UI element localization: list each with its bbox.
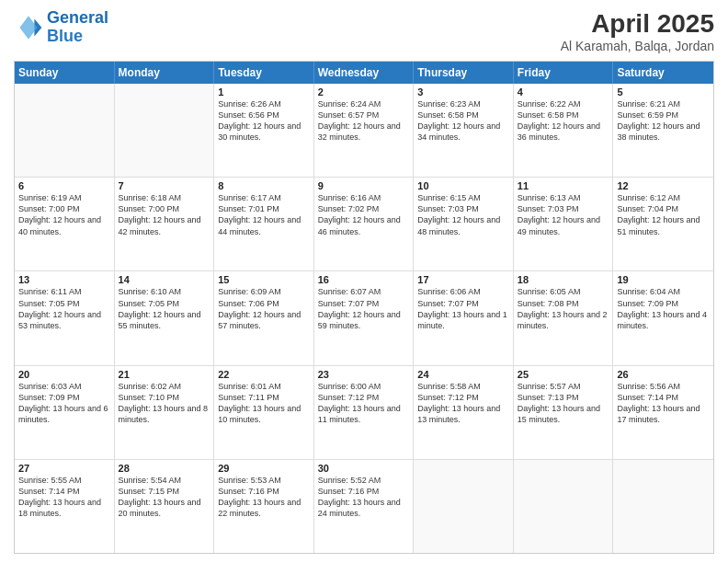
day-number: 29 — [218, 463, 310, 474]
logo: General Blue — [14, 9, 108, 46]
day-info: Sunrise: 6:13 AMSunset: 7:03 PMDaylight:… — [518, 192, 609, 237]
day-info: Sunrise: 6:23 AMSunset: 6:58 PMDaylight:… — [417, 98, 509, 144]
day-number: 24 — [417, 369, 509, 380]
day-info: Sunrise: 6:10 AMSunset: 7:05 PMDaylight:… — [119, 286, 210, 331]
day-info: Sunrise: 6:02 AMSunset: 7:10 PMDaylight:… — [119, 381, 210, 426]
day-info: Sunrise: 5:56 AMSunset: 7:14 PMDaylight:… — [617, 381, 710, 426]
day-info: Sunrise: 6:16 AMSunset: 7:02 PMDaylight:… — [318, 192, 410, 237]
calendar-row-3: 20Sunrise: 6:03 AMSunset: 7:09 PMDayligh… — [15, 365, 713, 459]
day-cell-6: 6Sunrise: 6:19 AMSunset: 7:00 PMDaylight… — [15, 178, 115, 270]
day-number: 18 — [518, 274, 609, 285]
day-number: 6 — [18, 180, 110, 191]
day-info: Sunrise: 5:55 AMSunset: 7:14 PMDaylight:… — [18, 475, 110, 520]
day-info: Sunrise: 5:52 AMSunset: 7:16 PMDaylight:… — [318, 475, 410, 520]
day-cell-3: 3Sunrise: 6:23 AMSunset: 6:58 PMDaylight… — [414, 84, 514, 177]
empty-cell — [414, 460, 514, 553]
day-cell-19: 19Sunrise: 6:04 AMSunset: 7:09 PMDayligh… — [613, 271, 713, 364]
day-cell-20: 20Sunrise: 6:03 AMSunset: 7:09 PMDayligh… — [15, 366, 115, 459]
day-cell-25: 25Sunrise: 5:57 AMSunset: 7:13 PMDayligh… — [514, 366, 614, 459]
day-info: Sunrise: 6:12 AMSunset: 7:04 PMDaylight:… — [617, 192, 710, 237]
month-title: April 2025 — [561, 9, 714, 39]
day-info: Sunrise: 6:22 AMSunset: 6:58 PMDaylight:… — [518, 98, 609, 144]
day-number: 25 — [518, 369, 609, 380]
weekday-header-tuesday: Tuesday — [214, 62, 314, 84]
day-info: Sunrise: 5:57 AMSunset: 7:13 PMDaylight:… — [518, 381, 609, 426]
day-cell-13: 13Sunrise: 6:11 AMSunset: 7:05 PMDayligh… — [15, 271, 115, 364]
day-cell-23: 23Sunrise: 6:00 AMSunset: 7:12 PMDayligh… — [314, 366, 415, 459]
day-info: Sunrise: 5:53 AMSunset: 7:16 PMDaylight:… — [218, 475, 310, 520]
page-container: General Blue April 2025 Al Karamah, Balq… — [0, 0, 728, 563]
day-cell-22: 22Sunrise: 6:01 AMSunset: 7:11 PMDayligh… — [214, 366, 314, 459]
day-number: 16 — [318, 274, 410, 285]
day-cell-18: 18Sunrise: 6:05 AMSunset: 7:08 PMDayligh… — [514, 271, 614, 364]
day-number: 23 — [318, 369, 410, 380]
day-cell-2: 2Sunrise: 6:24 AMSunset: 6:57 PMDaylight… — [314, 84, 415, 177]
day-number: 5 — [617, 86, 710, 98]
day-info: Sunrise: 6:11 AMSunset: 7:05 PMDaylight:… — [18, 286, 110, 331]
day-info: Sunrise: 6:04 AMSunset: 7:09 PMDaylight:… — [617, 286, 710, 331]
day-cell-4: 4Sunrise: 6:22 AMSunset: 6:58 PMDaylight… — [514, 84, 614, 177]
empty-cell — [15, 84, 115, 177]
empty-cell — [613, 460, 713, 553]
day-number: 9 — [318, 180, 410, 191]
logo-icon — [14, 13, 43, 42]
day-cell-1: 1Sunrise: 6:26 AMSunset: 6:56 PMDaylight… — [214, 84, 314, 177]
day-number: 10 — [417, 180, 509, 191]
day-number: 22 — [218, 369, 310, 380]
calendar-row-2: 13Sunrise: 6:11 AMSunset: 7:05 PMDayligh… — [15, 270, 713, 364]
calendar-header: SundayMondayTuesdayWednesdayThursdayFrid… — [15, 62, 713, 84]
calendar-row-1: 6Sunrise: 6:19 AMSunset: 7:00 PMDaylight… — [15, 177, 713, 270]
day-number: 14 — [119, 274, 210, 285]
day-number: 4 — [518, 86, 609, 98]
day-cell-5: 5Sunrise: 6:21 AMSunset: 6:59 PMDaylight… — [613, 84, 713, 177]
weekday-header-saturday: Saturday — [613, 62, 713, 84]
logo-general: General — [47, 8, 108, 27]
day-cell-28: 28Sunrise: 5:54 AMSunset: 7:15 PMDayligh… — [115, 460, 215, 553]
day-number: 30 — [318, 463, 410, 474]
day-number: 27 — [18, 463, 110, 474]
logo-text: General Blue — [47, 9, 108, 46]
day-info: Sunrise: 6:00 AMSunset: 7:12 PMDaylight:… — [318, 381, 410, 426]
weekday-header-thursday: Thursday — [414, 62, 514, 84]
day-cell-11: 11Sunrise: 6:13 AMSunset: 7:03 PMDayligh… — [514, 178, 614, 270]
calendar-body: 1Sunrise: 6:26 AMSunset: 6:56 PMDaylight… — [15, 84, 713, 553]
calendar-row-0: 1Sunrise: 6:26 AMSunset: 6:56 PMDaylight… — [15, 84, 713, 177]
day-info: Sunrise: 6:26 AMSunset: 6:56 PMDaylight:… — [218, 98, 310, 144]
weekday-header-sunday: Sunday — [15, 62, 115, 84]
day-info: Sunrise: 6:06 AMSunset: 7:07 PMDaylight:… — [417, 286, 509, 331]
day-cell-27: 27Sunrise: 5:55 AMSunset: 7:14 PMDayligh… — [15, 460, 115, 553]
day-number: 2 — [318, 86, 410, 98]
day-cell-12: 12Sunrise: 6:12 AMSunset: 7:04 PMDayligh… — [613, 178, 713, 270]
day-number: 28 — [119, 463, 210, 474]
day-cell-10: 10Sunrise: 6:15 AMSunset: 7:03 PMDayligh… — [414, 178, 514, 270]
day-cell-26: 26Sunrise: 5:56 AMSunset: 7:14 PMDayligh… — [613, 366, 713, 459]
day-info: Sunrise: 6:03 AMSunset: 7:09 PMDaylight:… — [18, 381, 110, 426]
day-number: 26 — [617, 369, 710, 380]
day-info: Sunrise: 6:17 AMSunset: 7:01 PMDaylight:… — [218, 192, 310, 237]
day-info: Sunrise: 6:07 AMSunset: 7:07 PMDaylight:… — [318, 286, 410, 331]
logo-blue: Blue — [47, 28, 108, 46]
weekday-header-monday: Monday — [115, 62, 215, 84]
day-number: 11 — [518, 180, 609, 191]
day-info: Sunrise: 6:18 AMSunset: 7:00 PMDaylight:… — [119, 192, 210, 237]
day-info: Sunrise: 5:58 AMSunset: 7:12 PMDaylight:… — [417, 381, 509, 426]
day-cell-9: 9Sunrise: 6:16 AMSunset: 7:02 PMDaylight… — [314, 178, 415, 270]
day-number: 13 — [18, 274, 110, 285]
day-number: 15 — [218, 274, 310, 285]
day-number: 12 — [617, 180, 710, 191]
day-cell-8: 8Sunrise: 6:17 AMSunset: 7:01 PMDaylight… — [214, 178, 314, 270]
day-number: 1 — [218, 86, 310, 98]
location-subtitle: Al Karamah, Balqa, Jordan — [561, 39, 714, 53]
calendar-row-4: 27Sunrise: 5:55 AMSunset: 7:14 PMDayligh… — [15, 459, 713, 553]
day-cell-7: 7Sunrise: 6:18 AMSunset: 7:00 PMDaylight… — [115, 178, 215, 270]
calendar: SundayMondayTuesdayWednesdayThursdayFrid… — [14, 61, 714, 554]
day-cell-21: 21Sunrise: 6:02 AMSunset: 7:10 PMDayligh… — [115, 366, 215, 459]
day-info: Sunrise: 6:05 AMSunset: 7:08 PMDaylight:… — [518, 286, 609, 331]
day-cell-16: 16Sunrise: 6:07 AMSunset: 7:07 PMDayligh… — [314, 271, 415, 364]
day-number: 8 — [218, 180, 310, 191]
day-cell-14: 14Sunrise: 6:10 AMSunset: 7:05 PMDayligh… — [115, 271, 215, 364]
day-info: Sunrise: 6:19 AMSunset: 7:00 PMDaylight:… — [18, 192, 110, 237]
day-number: 7 — [119, 180, 210, 191]
day-info: Sunrise: 6:24 AMSunset: 6:57 PMDaylight:… — [318, 98, 410, 144]
weekday-header-wednesday: Wednesday — [314, 62, 415, 84]
